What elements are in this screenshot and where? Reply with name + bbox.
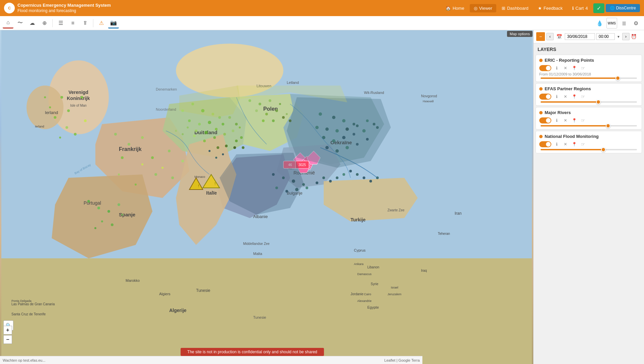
svg-marker-195: [179, 86, 240, 117]
svg-marker-8: [283, 94, 384, 164]
nav-links: 🏠 Home ◎ Viewer ⊞ Dashboard ★ Feedback ℹ…: [442, 3, 644, 13]
date-next-button[interactable]: ›: [622, 33, 630, 40]
zoom-in-button[interactable]: +: [3, 326, 12, 334]
time-arrow-icon: ▼: [616, 35, 621, 39]
svg-point-154: [302, 183, 305, 186]
layer-close-button[interactable]: ✕: [562, 141, 569, 148]
tool-cloud[interactable]: ☁: [27, 18, 38, 29]
layer-toggle[interactable]: [539, 141, 551, 147]
svg-point-179: [222, 153, 224, 155]
wms-tool[interactable]: WMS: [606, 18, 617, 29]
svg-text:!: !: [215, 181, 216, 186]
svg-point-65: [60, 96, 63, 99]
svg-text:Wit-Rusland: Wit-Rusland: [364, 91, 384, 95]
svg-text:Isle of Man: Isle of Man: [70, 104, 87, 107]
opacity-thumb[interactable]: [601, 147, 606, 152]
svg-point-83: [151, 156, 154, 159]
svg-point-155: [275, 187, 278, 189]
opacity-slider[interactable]: [539, 125, 638, 126]
svg-text:!: !: [198, 184, 199, 188]
date-input[interactable]: [565, 33, 595, 40]
tool-layers[interactable]: ≡: [67, 18, 78, 29]
layer-cursor-button[interactable]: ☞: [580, 141, 586, 148]
layer-cursor-button[interactable]: ☞: [580, 65, 586, 71]
layer-controls: ℹ ✕ 📍 ☞: [539, 93, 638, 100]
layer-close-button[interactable]: ✕: [562, 117, 569, 124]
svg-point-113: [242, 146, 244, 149]
tool-warning[interactable]: ⚠: [96, 18, 107, 29]
dashboard-button[interactable]: ⊞ Dashboard: [498, 4, 533, 12]
zoom-out-button[interactable]: −: [3, 335, 12, 344]
opacity-slider[interactable]: [539, 77, 638, 79]
svg-point-109: [235, 140, 238, 142]
svg-text:Portugal: Portugal: [84, 200, 101, 206]
svg-text:Letland: Letland: [287, 81, 299, 85]
layer-info-button[interactable]: ℹ: [553, 117, 560, 124]
svg-point-78: [121, 156, 124, 159]
layer-pin-button[interactable]: 📍: [571, 117, 578, 124]
layer-pin-button[interactable]: 📍: [571, 65, 578, 71]
opacity-thumb[interactable]: [606, 123, 610, 128]
dropper-tool[interactable]: 💧: [594, 18, 605, 29]
svg-text:Tunesie: Tunesie: [253, 315, 266, 319]
opacity-fill: [541, 149, 603, 150]
layer-toggle[interactable]: [539, 94, 551, 100]
tool-grid[interactable]: ⊕: [39, 18, 50, 29]
viewer-button[interactable]: ◎ Viewer: [470, 4, 497, 12]
layer-close-button[interactable]: ✕: [562, 65, 569, 71]
svg-text:Libanon: Libanon: [367, 265, 379, 269]
tool-lines[interactable]: ☰: [55, 18, 66, 29]
svg-point-140: [332, 139, 335, 143]
feedback-button[interactable]: ★ Feedback: [534, 4, 567, 12]
time-input[interactable]: [596, 33, 615, 40]
cart-button[interactable]: ℹ Cart 4: [568, 4, 592, 12]
svg-text:Denemarken: Denemarken: [156, 87, 177, 91]
opacity-track: [541, 149, 637, 150]
svg-text:Teheran: Teheran: [438, 232, 450, 236]
layer-close-button[interactable]: ✕: [562, 93, 569, 100]
layer-cursor-button[interactable]: ☞: [580, 93, 586, 100]
svg-point-98: [215, 128, 218, 131]
tool-up[interactable]: ⥣: [80, 18, 90, 29]
svg-point-164: [349, 170, 352, 172]
tool-home[interactable]: ⌂: [3, 18, 13, 29]
tool-wave[interactable]: 〜: [15, 18, 26, 29]
svg-point-160: [322, 176, 325, 179]
layer-toggle[interactable]: [539, 65, 551, 71]
layer-info-button[interactable]: ℹ: [553, 141, 560, 148]
svg-point-75: [114, 133, 117, 136]
svg-marker-180: [293, 153, 307, 166]
opacity-thumb[interactable]: [596, 100, 601, 104]
toolbar-separator-1: [52, 19, 53, 27]
layer-pin-button[interactable]: 📍: [571, 141, 578, 148]
date-prev-button[interactable]: ‹: [546, 33, 554, 40]
filter-tool[interactable]: ≣: [618, 18, 629, 29]
opacity-slider[interactable]: [539, 101, 638, 103]
svg-point-163: [342, 173, 345, 176]
svg-point-141: [342, 136, 346, 139]
opacity-thumb[interactable]: [615, 76, 620, 81]
layer-header: ERIC - Reporting Points: [539, 58, 638, 63]
settings-tool[interactable]: ⚙: [631, 18, 641, 29]
svg-marker-183: [297, 159, 310, 173]
date-range-text: From 01/12/2009 to 30/06/2018: [539, 72, 638, 76]
layer-toggle[interactable]: [539, 117, 551, 123]
svg-point-153: [292, 179, 295, 183]
tool-camera[interactable]: 📷: [108, 18, 119, 29]
panel-collapse-button[interactable]: −: [536, 32, 545, 41]
map-svg: Noorderland Denemarken lerland Ierland V…: [0, 30, 533, 364]
svg-point-73: [44, 96, 46, 98]
svg-point-131: [342, 119, 346, 122]
layer-cursor-button[interactable]: ☞: [580, 117, 586, 124]
svg-text:Roemenië: Roemenië: [293, 170, 315, 175]
layer-info-button[interactable]: ℹ: [553, 93, 560, 100]
opacity-slider[interactable]: [539, 149, 638, 150]
layer-item-rivers: Major Rivers ℹ ✕ 📍 ☞: [536, 107, 642, 129]
disscentre-button[interactable]: 🌐 DissCentre: [606, 4, 640, 12]
layer-pin-button[interactable]: 📍: [571, 93, 578, 100]
layer-info-button[interactable]: ℹ: [553, 65, 560, 71]
dashboard-icon: ⊞: [502, 6, 505, 11]
check-button[interactable]: ✓: [593, 3, 604, 13]
svg-marker-193: [220, 153, 304, 215]
home-button[interactable]: 🏠 Home: [442, 4, 468, 12]
